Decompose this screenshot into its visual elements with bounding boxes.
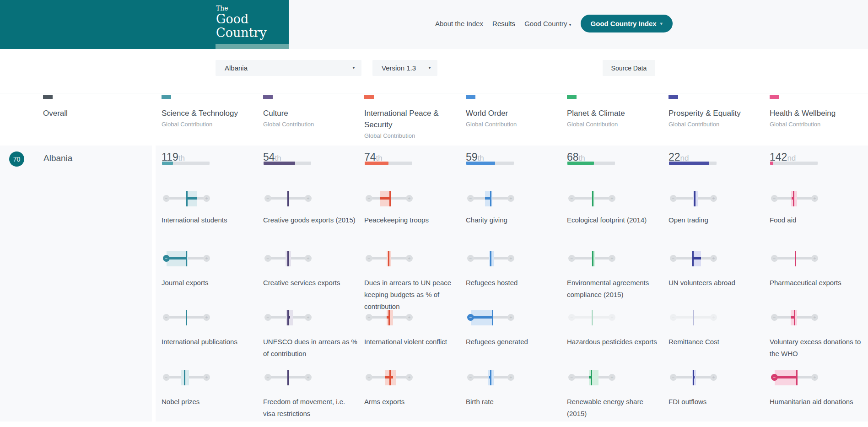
indicator-label: Refugees generated xyxy=(466,336,560,348)
indicator-slider-international-violent-conflict[interactable]: −+ xyxy=(366,310,413,325)
slider-decrease-handle[interactable]: − xyxy=(366,374,372,381)
slider-increase-handle[interactable]: + xyxy=(811,255,818,262)
slider-increase-handle[interactable]: + xyxy=(609,255,615,262)
nav-link-about[interactable]: About the Index xyxy=(435,20,483,27)
country-name[interactable]: Albania xyxy=(43,153,72,163)
slider-increase-handle[interactable]: + xyxy=(305,374,312,381)
slider-increase-handle[interactable]: + xyxy=(406,195,413,202)
slider-increase-handle[interactable]: + xyxy=(609,374,615,381)
indicator-slider-arms-exports[interactable]: −+ xyxy=(366,370,413,385)
slider-decrease-handle[interactable]: − xyxy=(568,195,575,202)
category-title: Planet & Climate xyxy=(567,108,661,119)
category-column-world-order: 59th−+Charity giving−+Refugees hosted−+R… xyxy=(466,146,562,422)
slider-increase-handle[interactable]: + xyxy=(811,374,818,381)
slider-decrease-handle[interactable]: − xyxy=(264,374,271,381)
slider-decrease-handle[interactable]: − xyxy=(264,195,271,202)
country-select[interactable]: Albania ▼ xyxy=(216,60,361,76)
indicator-slider-refugees-hosted[interactable]: −+ xyxy=(467,251,514,266)
indicator-slider-dues-in-arrears-to-un-peace-keeping-budgets-as-of-contribution[interactable]: −+ xyxy=(366,251,413,266)
indicator-slider-charity-giving[interactable]: −+ xyxy=(467,191,514,206)
indicator-slider-open-trading[interactable]: −+ xyxy=(670,191,717,206)
slider-decrease-handle[interactable]: − xyxy=(366,195,372,202)
indicator-slider-food-aid[interactable]: −+ xyxy=(771,191,818,206)
slider-increase-handle[interactable]: + xyxy=(203,195,210,202)
category-column-prosperity-equality: 22nd−+Open trading−+UN volunteers abroad… xyxy=(669,146,765,422)
slider-increase-handle[interactable]: + xyxy=(710,374,717,381)
indicator-slider-refugees-generated[interactable]: −+ xyxy=(467,310,514,325)
indicator-slider-un-volunteers-abroad[interactable]: −+ xyxy=(670,251,717,266)
indicator-slider-voluntary-excess-donations-to-the-who[interactable]: −+ xyxy=(771,310,818,325)
slider-decrease-handle[interactable]: − xyxy=(467,255,474,262)
slider-decrease-handle[interactable]: − xyxy=(568,374,575,381)
slider-increase-handle[interactable]: + xyxy=(203,374,210,381)
indicator-slider-remittance-cost[interactable]: −+ xyxy=(670,310,717,325)
slider-decrease-handle[interactable]: − xyxy=(163,255,170,262)
slider-decrease-handle[interactable]: − xyxy=(366,255,372,262)
slider-decrease-handle[interactable]: − xyxy=(163,374,170,381)
slider-increase-handle[interactable]: + xyxy=(203,314,210,321)
nav-link-good-country[interactable]: Good Country▾ xyxy=(524,20,571,27)
slider-decrease-handle[interactable]: − xyxy=(467,314,474,321)
indicator-slider-renewable-energy-share-2015[interactable]: −+ xyxy=(568,370,615,385)
slider-value-segment xyxy=(380,197,390,200)
slider-increase-handle[interactable]: + xyxy=(609,314,615,321)
slider-decrease-handle[interactable]: − xyxy=(264,314,271,321)
slider-decrease-handle[interactable]: − xyxy=(670,374,677,381)
slider-increase-handle[interactable]: + xyxy=(507,195,514,202)
slider-decrease-handle[interactable]: − xyxy=(467,195,474,202)
good-country-index-button[interactable]: Good Country Index▾ xyxy=(581,15,673,32)
slider-decrease-handle[interactable]: − xyxy=(568,314,575,321)
slider-increase-handle[interactable]: + xyxy=(710,195,717,202)
slider-decrease-handle[interactable]: − xyxy=(670,314,677,321)
logo-accent-strip xyxy=(216,44,289,49)
slider-decrease-handle[interactable]: − xyxy=(163,195,170,202)
slider-decrease-handle[interactable]: − xyxy=(366,314,372,321)
country-select-value: Albania xyxy=(216,64,248,72)
indicator-slider-journal-exports[interactable]: −+ xyxy=(163,251,210,266)
indicator-slider-international-publications[interactable]: −+ xyxy=(163,310,210,325)
indicator-slider-pharmaceutical-exports[interactable]: −+ xyxy=(771,251,818,266)
indicator-slider-creative-goods-exports-2015[interactable]: −+ xyxy=(264,191,312,206)
slider-decrease-handle[interactable]: − xyxy=(568,255,575,262)
indicator-slider-unesco-dues-in-arrears-as-of-contribution[interactable]: −+ xyxy=(264,310,312,325)
indicator-slider-peacekeeping-troops[interactable]: −+ xyxy=(366,191,413,206)
version-select[interactable]: Version 1.3 ▼ xyxy=(372,60,437,76)
slider-increase-handle[interactable]: + xyxy=(305,195,312,202)
slider-increase-handle[interactable]: + xyxy=(710,314,717,321)
slider-increase-handle[interactable]: + xyxy=(507,374,514,381)
slider-increase-handle[interactable]: + xyxy=(406,314,413,321)
indicator-slider-creative-services-exports[interactable]: −+ xyxy=(264,251,312,266)
slider-increase-handle[interactable]: + xyxy=(305,255,312,262)
indicator-slider-nobel-prizes[interactable]: −+ xyxy=(163,370,210,385)
slider-decrease-handle[interactable]: − xyxy=(264,255,271,262)
slider-increase-handle[interactable]: + xyxy=(406,374,413,381)
slider-increase-handle[interactable]: + xyxy=(507,314,514,321)
slider-decrease-handle[interactable]: − xyxy=(771,314,778,321)
slider-decrease-handle[interactable]: − xyxy=(670,195,677,202)
slider-decrease-handle[interactable]: − xyxy=(771,255,778,262)
slider-decrease-handle[interactable]: − xyxy=(771,374,778,381)
slider-increase-handle[interactable]: + xyxy=(811,195,818,202)
slider-increase-handle[interactable]: + xyxy=(811,314,818,321)
indicator-slider-international-students[interactable]: −+ xyxy=(163,191,210,206)
slider-decrease-handle[interactable]: − xyxy=(771,195,778,202)
slider-decrease-handle[interactable]: − xyxy=(163,314,170,321)
slider-increase-handle[interactable]: + xyxy=(507,255,514,262)
slider-increase-handle[interactable]: + xyxy=(710,255,717,262)
slider-increase-handle[interactable]: + xyxy=(609,195,615,202)
indicator-slider-humanitarian-aid-donations[interactable]: −+ xyxy=(771,370,818,385)
indicator-slider-ecological-footprint-2014[interactable]: −+ xyxy=(568,191,615,206)
indicator-slider-birth-rate[interactable]: −+ xyxy=(467,370,514,385)
indicator-slider-freedom-of-movement-i-e-visa-restrictions[interactable]: −+ xyxy=(264,370,312,385)
nav-link-results[interactable]: Results xyxy=(492,20,515,27)
indicator-slider-fdi-outflows[interactable]: −+ xyxy=(670,370,717,385)
logo[interactable]: The Good Country xyxy=(216,4,267,40)
slider-decrease-handle[interactable]: − xyxy=(467,374,474,381)
source-data-button[interactable]: Source Data xyxy=(603,60,655,76)
slider-decrease-handle[interactable]: − xyxy=(670,255,677,262)
slider-increase-handle[interactable]: + xyxy=(203,255,210,262)
slider-increase-handle[interactable]: + xyxy=(406,255,413,262)
slider-increase-handle[interactable]: + xyxy=(305,314,312,321)
indicator-slider-environmental-agreements-compliance-2015[interactable]: −+ xyxy=(568,251,615,266)
indicator-slider-hazardous-pesticides-exports[interactable]: −+ xyxy=(568,310,615,325)
